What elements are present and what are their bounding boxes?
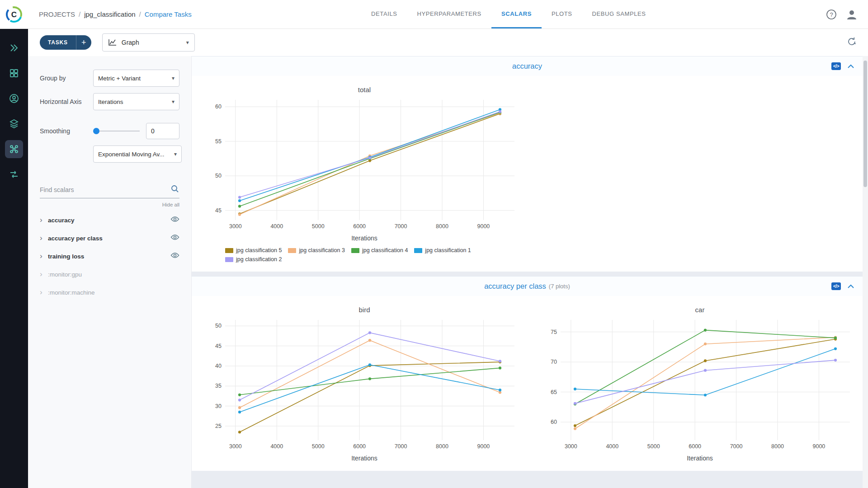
smoothing-type-select[interactable]: Exponential Moving Av... ▾	[93, 145, 182, 163]
svg-text:8000: 8000	[436, 223, 448, 230]
svg-text:45: 45	[215, 207, 222, 214]
user-avatar-icon[interactable]	[845, 8, 858, 21]
tab-scalars[interactable]: SCALARS	[491, 0, 542, 28]
vertical-scrollbar[interactable]	[863, 56, 868, 488]
svg-text:3000: 3000	[229, 443, 242, 450]
chevron-right-icon: ›	[40, 288, 48, 297]
pipelines-icon[interactable]	[5, 140, 23, 158]
horizontal-axis-value: Iterations	[98, 99, 123, 105]
svg-text:7000: 7000	[395, 443, 407, 450]
svg-text:55: 55	[215, 138, 222, 145]
scalar-group-monitor-gpu[interactable]: › :monitor:gpu	[40, 265, 179, 283]
hide-all-link[interactable]: Hide all	[40, 202, 179, 207]
legend-item[interactable]: jpg classification 5	[225, 247, 282, 253]
svg-text:60: 60	[551, 419, 557, 425]
top-bar: C PROJECTS / jpg_classification / Compar…	[0, 0, 868, 29]
smoothing-type-value: Exponential Moving Av...	[98, 151, 165, 158]
tasks-button-group: TASKS +	[40, 35, 91, 50]
section-title: accuracy	[512, 62, 542, 70]
eye-icon[interactable]	[170, 252, 179, 260]
legend-item[interactable]: jpg classification 3	[288, 247, 344, 253]
line-chart-total[interactable]: 300040005000600070008000900045505560	[206, 96, 523, 232]
scalar-group-accuracy-per-class[interactable]: › accuracy per class	[40, 229, 179, 247]
datasets-icon[interactable]	[5, 115, 23, 133]
add-task-button[interactable]: +	[76, 35, 91, 50]
svg-text:6000: 6000	[689, 443, 701, 450]
svg-text:30: 30	[215, 403, 222, 409]
eye-icon[interactable]	[170, 234, 179, 242]
tasks-button[interactable]: TASKS	[40, 35, 76, 50]
svg-text:5000: 5000	[647, 443, 660, 450]
legend-series-name: jpg classification 2	[236, 256, 282, 263]
projects-icon[interactable]	[5, 64, 23, 82]
breadcrumb-projects[interactable]: PROJECTS	[39, 10, 75, 18]
breadcrumb-current-page: Compare Tasks	[145, 10, 192, 18]
svg-text:?: ?	[830, 11, 833, 18]
svg-text:4000: 4000	[270, 223, 283, 230]
eye-icon[interactable]	[170, 216, 179, 224]
line-chart-bird[interactable]: 3000400050006000700080009000253035404550	[206, 316, 523, 452]
tab-plots[interactable]: PLOTS	[542, 0, 582, 28]
scalar-group-training-loss[interactable]: › training loss	[40, 247, 179, 265]
scalar-group-monitor-machine[interactable]: › :monitor:machine	[40, 283, 179, 301]
scalar-group-accuracy[interactable]: › accuracy	[40, 211, 179, 229]
svg-text:40: 40	[215, 363, 222, 369]
legend-swatch	[351, 248, 359, 253]
line-chart-icon	[108, 38, 117, 47]
chevron-down-icon: ▾	[186, 39, 189, 46]
chevron-right-icon: ›	[40, 252, 48, 261]
svg-text:70: 70	[551, 359, 557, 365]
find-scalars-input[interactable]	[40, 186, 170, 193]
chart-title: car	[542, 302, 858, 316]
legend-item[interactable]: jpg classification 2	[225, 256, 282, 263]
scalar-list: › accuracy › accuracy per class	[40, 211, 179, 301]
legend-item[interactable]: jpg classification 1	[414, 247, 471, 253]
auto-refresh-icon[interactable]	[846, 36, 857, 49]
side-navigation	[0, 29, 28, 488]
scrollbar-thumb[interactable]	[863, 61, 867, 187]
horizontal-axis-label: Horizontal Axis	[40, 98, 93, 105]
reports-icon[interactable]	[5, 165, 23, 183]
smoothing-value-input[interactable]	[146, 123, 179, 139]
group-by-value: Metric + Variant	[98, 75, 141, 82]
embed-code-icon[interactable]: </>	[831, 62, 841, 70]
getting-started-icon[interactable]	[5, 39, 23, 57]
tab-details[interactable]: DETAILS	[361, 0, 407, 28]
search-icon[interactable]	[170, 184, 179, 195]
group-by-label: Group by	[40, 75, 93, 82]
scalar-group-label: accuracy per class	[48, 235, 103, 242]
scalar-group-label: accuracy	[48, 217, 75, 224]
chevron-down-icon: ▾	[172, 99, 175, 105]
workers-icon[interactable]	[5, 89, 23, 108]
tab-bar: DETAILS HYPERPARAMETERS SCALARS PLOTS DE…	[361, 0, 656, 28]
svg-text:25: 25	[215, 423, 222, 429]
breadcrumb-project[interactable]: jpg_classification	[84, 10, 135, 18]
legend-swatch	[288, 248, 296, 253]
breadcrumb-separator: /	[139, 10, 141, 18]
clearml-logo[interactable]: C	[0, 5, 28, 23]
chart-title: bird	[206, 302, 523, 316]
view-mode-select[interactable]: Graph ▾	[102, 33, 195, 52]
slider-knob[interactable]	[93, 128, 99, 134]
line-chart-car[interactable]: 300040005000600070008000900060657075	[542, 316, 858, 452]
tab-debug-samples[interactable]: DEBUG SAMPLES	[582, 0, 656, 28]
svg-text:50: 50	[215, 173, 222, 179]
group-by-select[interactable]: Metric + Variant ▾	[93, 70, 179, 87]
smoothing-slider[interactable]	[93, 128, 140, 134]
svg-text:3000: 3000	[229, 223, 242, 230]
embed-code-icon[interactable]: </>	[831, 282, 841, 290]
legend-item[interactable]: jpg classification 4	[351, 247, 408, 253]
svg-text:5000: 5000	[312, 443, 325, 450]
collapse-section-icon[interactable]	[847, 62, 854, 70]
chart-card-car: car 300040005000600070008000900060657075…	[542, 302, 858, 462]
help-icon[interactable]: ?	[826, 9, 837, 20]
legend-series-name: jpg classification 4	[362, 247, 408, 253]
charts-area: accuracy </> total 300040005000600070008…	[192, 56, 863, 488]
view-mode-value: Graph	[122, 39, 139, 46]
collapse-section-icon[interactable]	[847, 282, 854, 291]
tab-hyperparameters[interactable]: HYPERPARAMETERS	[407, 0, 491, 28]
chart-legend: jpg classification 5jpg classification 3…	[225, 247, 523, 263]
chevron-right-icon: ›	[40, 216, 48, 225]
horizontal-axis-select[interactable]: Iterations ▾	[93, 93, 179, 110]
svg-text:8000: 8000	[771, 443, 784, 450]
